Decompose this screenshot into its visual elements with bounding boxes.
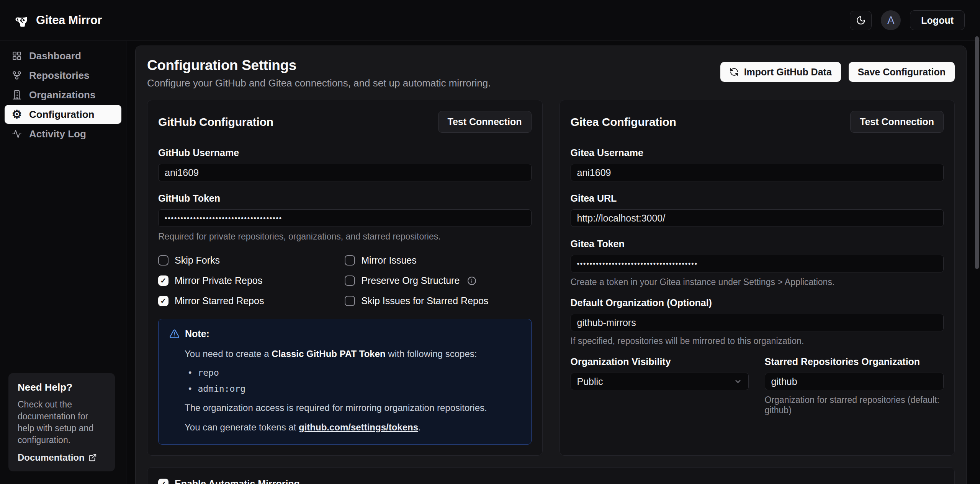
page-title: Configuration Settings [147, 57, 491, 73]
note-title: Note: [185, 328, 209, 339]
enable-automatic-mirroring-checkbox[interactable]: Enable Automatic Mirroring [158, 478, 944, 484]
need-help-card: Need Help? Check out the documentation f… [8, 373, 115, 471]
gitea-username-label: Gitea Username [571, 147, 944, 158]
checkbox-mirror-issues[interactable]: Mirror Issues [345, 255, 531, 266]
sidebar-item-label: Organizations [29, 89, 95, 101]
gitea-logo-icon [15, 13, 30, 28]
chevron-down-icon [734, 377, 742, 386]
sidebar-item-configuration[interactable]: ⚙ Configuration [5, 105, 121, 124]
pat-token-note: Note: You need to create a Classic GitHu… [158, 319, 532, 445]
organization-visibility-label: Organization Visibility [571, 356, 749, 367]
gitea-test-connection-button[interactable]: Test Connection [850, 111, 944, 133]
github-test-connection-button[interactable]: Test Connection [438, 111, 532, 133]
checkbox-skip-forks[interactable]: Skip Forks [158, 255, 345, 266]
gitea-configuration-card: Gitea Configuration Test Connection Gite… [560, 100, 955, 456]
theme-toggle-button[interactable] [850, 11, 872, 30]
github-configuration-card: GitHub Configuration Test Connection Git… [147, 100, 543, 456]
sidebar: Dashboard Repositories Organizations ⚙ C… [0, 41, 126, 484]
avatar-letter: A [887, 15, 894, 26]
checkbox-box[interactable] [158, 275, 169, 286]
default-organization-label: Default Organization (Optional) [571, 297, 944, 308]
github-token-label: GitHub Token [158, 193, 532, 204]
checkbox-box[interactable] [158, 479, 169, 484]
tokens-link[interactable]: github.com/settings/tokens [299, 422, 418, 432]
checkbox-box[interactable] [158, 296, 169, 306]
brand: Gitea Mirror [15, 13, 102, 28]
starred-repos-org-input[interactable] [765, 373, 944, 390]
external-link-icon [88, 453, 97, 462]
gitea-url-input[interactable] [571, 209, 944, 227]
checkbox-box[interactable] [345, 275, 355, 286]
github-token-help: Required for private repositories, organ… [158, 231, 532, 242]
sidebar-item-label: Activity Log [29, 128, 86, 140]
github-username-input[interactable] [158, 164, 532, 181]
page-subtitle: Configure your GitHub and Gitea connecti… [147, 77, 491, 89]
settings-panel: Configuration Settings Configure your Gi… [135, 46, 967, 484]
github-token-input[interactable] [158, 209, 532, 227]
scope-item: •repo [188, 367, 520, 378]
gitea-token-label: Gitea Token [571, 238, 944, 249]
gitea-token-help: Create a token in your Gitea instance un… [571, 277, 944, 287]
gitea-card-title: Gitea Configuration [571, 116, 676, 129]
sidebar-item-repositories[interactable]: Repositories [5, 66, 121, 85]
default-organization-help: If specified, repositories will be mirro… [571, 336, 944, 346]
logout-button[interactable]: Logout [910, 10, 965, 30]
starred-repos-org-help: Organization for starred repositories (d… [765, 395, 944, 416]
sidebar-item-activity-log[interactable]: Activity Log [5, 124, 121, 143]
checkbox-preserve-org-structure[interactable]: Preserve Org Structure [345, 275, 531, 286]
sidebar-item-organizations[interactable]: Organizations [5, 85, 121, 104]
default-organization-input[interactable] [571, 314, 944, 331]
app-header: Gitea Mirror A Logout [0, 0, 980, 41]
user-avatar[interactable]: A [881, 10, 901, 30]
info-icon[interactable] [467, 276, 476, 285]
documentation-link[interactable]: Documentation [18, 452, 97, 463]
gitea-token-input[interactable] [571, 255, 944, 272]
help-body: Check out the documentation for help wit… [18, 399, 106, 446]
app-title: Gitea Mirror [36, 13, 102, 27]
scope-list: •repo •admin:org [188, 367, 520, 394]
note-line1: You need to create a Classic GitHub PAT … [185, 348, 520, 360]
main-content: Configuration Settings Configure your Gi… [126, 41, 980, 484]
sidebar-item-label: Configuration [29, 109, 94, 121]
note-line2: The organization access is required for … [185, 402, 520, 414]
help-title: Need Help? [18, 381, 106, 393]
checkbox-mirror-starred-repos[interactable]: Mirror Starred Repos [158, 295, 345, 306]
github-card-title: GitHub Configuration [158, 116, 273, 129]
checkbox-box[interactable] [345, 255, 355, 266]
save-configuration-button[interactable]: Save Configuration [849, 62, 955, 82]
gitea-url-label: Gitea URL [571, 193, 944, 204]
automatic-mirroring-card: Enable Automatic Mirroring Mirroring Int… [147, 467, 955, 484]
refresh-icon [730, 67, 739, 77]
moon-icon [856, 15, 866, 25]
checkbox-box[interactable] [158, 255, 169, 266]
checkbox-skip-issues-starred[interactable]: Skip Issues for Starred Repos [345, 295, 531, 306]
gitea-username-input[interactable] [571, 164, 944, 181]
import-github-data-button[interactable]: Import GitHub Data [720, 62, 841, 82]
vertical-scrollbar[interactable] [975, 36, 979, 269]
gear-icon: ⚙ [11, 109, 22, 120]
github-username-label: GitHub Username [158, 147, 532, 158]
building-icon [11, 90, 22, 100]
sidebar-item-dashboard[interactable]: Dashboard [5, 46, 121, 65]
organization-visibility-select[interactable]: Public [571, 373, 749, 390]
alert-triangle-icon [169, 329, 180, 339]
dashboard-grid-icon [11, 51, 22, 61]
starred-repos-org-label: Starred Repositories Organization [765, 356, 944, 367]
scope-item: •admin:org [188, 383, 520, 394]
note-line3: You can generate tokens at github.com/se… [185, 421, 520, 433]
sidebar-item-label: Repositories [29, 70, 90, 81]
sidebar-item-label: Dashboard [29, 50, 81, 62]
activity-pulse-icon [11, 129, 22, 139]
checkbox-box[interactable] [345, 296, 355, 306]
git-fork-icon [11, 70, 22, 80]
checkbox-mirror-private-repos[interactable]: Mirror Private Repos [158, 275, 345, 286]
